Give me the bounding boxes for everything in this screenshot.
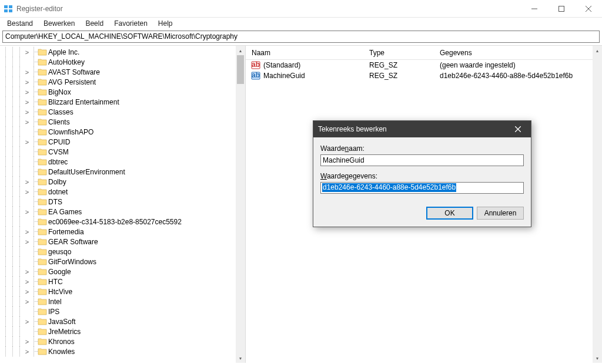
tree-item[interactable]: >AVG Persistent bbox=[0, 77, 236, 87]
string-blue-icon bbox=[250, 71, 261, 80]
tree-item[interactable]: >BigNox bbox=[0, 87, 236, 97]
tree-item[interactable]: >HTC bbox=[0, 277, 236, 287]
folder-icon bbox=[38, 317, 47, 326]
menu-beeld[interactable]: Beeld bbox=[81, 18, 108, 29]
expand-icon[interactable]: > bbox=[24, 99, 31, 106]
tree-item[interactable]: >Fortemedia bbox=[0, 227, 236, 237]
minimize-button[interactable] bbox=[521, 0, 548, 18]
tree-item-label: geusqo bbox=[48, 248, 71, 256]
menu-help[interactable]: Help bbox=[153, 18, 178, 29]
menu-favorieten[interactable]: Favorieten bbox=[109, 18, 152, 29]
tree-item[interactable]: >Khronos bbox=[0, 336, 236, 346]
expand-icon[interactable]: > bbox=[24, 109, 31, 116]
expand-icon[interactable]: > bbox=[24, 188, 31, 196]
address-bar[interactable]: Computer\HKEY_LOCAL_MACHINE\SOFTWARE\Mic… bbox=[2, 31, 600, 43]
tree-item-label: AVAST Software bbox=[48, 68, 100, 76]
col-gegevens[interactable]: Gegevens bbox=[434, 46, 602, 59]
cancel-button[interactable]: Annuleren bbox=[477, 207, 524, 220]
tree-item[interactable]: >Knowles bbox=[0, 346, 236, 356]
value-row[interactable]: MachineGuidREG_SZd1eb246e-6243-4460-a88e… bbox=[246, 70, 602, 81]
expand-icon[interactable]: > bbox=[24, 49, 31, 56]
value-name-input[interactable] bbox=[320, 154, 524, 166]
expand-icon[interactable]: > bbox=[24, 238, 31, 245]
svg-rect-1 bbox=[9, 5, 12, 8]
menu-bewerken[interactable]: Bewerken bbox=[39, 18, 79, 29]
folder-icon bbox=[38, 107, 47, 117]
string-red-icon bbox=[250, 60, 261, 70]
tree-item[interactable]: geusqo bbox=[0, 247, 236, 257]
folder-icon bbox=[38, 337, 47, 346]
scroll-thumb[interactable] bbox=[237, 55, 244, 84]
value-name: MachineGuid bbox=[261, 72, 363, 80]
expand-icon[interactable]: > bbox=[24, 348, 31, 355]
expand-icon[interactable]: > bbox=[24, 89, 31, 96]
folder-icon bbox=[38, 68, 47, 77]
tree-item-label: DTS bbox=[48, 198, 62, 206]
expand-icon[interactable]: > bbox=[24, 69, 31, 76]
expand-icon[interactable]: > bbox=[24, 119, 31, 126]
expand-icon[interactable]: > bbox=[24, 208, 31, 215]
values-scrollbar[interactable]: ▴ ▾ bbox=[593, 46, 602, 363]
tree-item[interactable]: >CPUID bbox=[0, 137, 236, 147]
expand-icon[interactable]: > bbox=[24, 298, 31, 305]
expand-icon[interactable]: > bbox=[24, 338, 31, 345]
tree-item[interactable]: >Dolby bbox=[0, 177, 236, 187]
tree-item[interactable]: JreMetrics bbox=[0, 326, 236, 336]
menu-bestand[interactable]: Bestand bbox=[2, 18, 38, 29]
tree-item[interactable]: AutoHotkey bbox=[0, 57, 236, 67]
folder-icon bbox=[38, 217, 47, 227]
tree-item[interactable]: >dotnet bbox=[0, 187, 236, 197]
scroll-up-icon[interactable]: ▴ bbox=[236, 46, 245, 55]
expand-icon[interactable]: > bbox=[24, 318, 31, 325]
tree-item[interactable]: DefaultUserEnvironment bbox=[0, 167, 236, 177]
tree-item[interactable]: ec0069ee-c314-5183-b2e8-85027cec5592 bbox=[0, 217, 236, 227]
tree-item[interactable]: >Intel bbox=[0, 296, 236, 306]
tree-item-label: DefaultUserEnvironment bbox=[48, 168, 125, 176]
maximize-button[interactable] bbox=[548, 0, 575, 18]
expand-icon[interactable]: > bbox=[24, 278, 31, 285]
tree-item[interactable]: IPS bbox=[0, 306, 236, 316]
scroll-down-icon[interactable]: ▾ bbox=[236, 353, 245, 363]
dialog-close-button[interactable] bbox=[510, 121, 526, 137]
expand-icon[interactable]: > bbox=[24, 228, 31, 235]
tree-item[interactable]: >EA Games bbox=[0, 207, 236, 217]
tree-item[interactable]: DTS bbox=[0, 197, 236, 207]
tree-item[interactable]: >JavaSoft bbox=[0, 316, 236, 326]
dialog-titlebar[interactable]: Tekenreeks bewerken bbox=[313, 121, 531, 137]
tree-item[interactable]: >Google bbox=[0, 267, 236, 277]
expand-icon[interactable]: > bbox=[24, 268, 31, 275]
tree-item[interactable]: >HtcVive bbox=[0, 287, 236, 296]
expand-icon[interactable]: > bbox=[24, 139, 31, 146]
window-title: Register-editor bbox=[16, 5, 63, 13]
tree-item[interactable]: >Classes bbox=[0, 107, 236, 117]
tree-item-label: JreMetrics bbox=[48, 328, 81, 336]
tree-item[interactable]: dbtrec bbox=[0, 157, 236, 167]
folder-icon bbox=[38, 127, 47, 137]
scroll-down-icon[interactable]: ▾ bbox=[593, 353, 602, 363]
registry-tree[interactable]: >Apple Inc.AutoHotkey>AVAST Software>AVG… bbox=[0, 46, 236, 356]
tree-item[interactable]: CVSM bbox=[0, 147, 236, 157]
expand-icon[interactable]: > bbox=[24, 288, 31, 295]
col-type[interactable]: Type bbox=[363, 46, 434, 59]
tree-item[interactable]: ClownfishAPO bbox=[0, 127, 236, 137]
close-button[interactable] bbox=[575, 0, 602, 18]
folder-icon bbox=[38, 77, 47, 87]
tree-item[interactable]: >Clients bbox=[0, 117, 236, 127]
folder-icon bbox=[38, 227, 47, 237]
expand-icon[interactable]: > bbox=[24, 178, 31, 186]
tree-item[interactable]: >GEAR Software bbox=[0, 237, 236, 247]
tree-item[interactable]: >Apple Inc. bbox=[0, 47, 236, 57]
tree-item[interactable]: >Blizzard Entertainment bbox=[0, 97, 236, 107]
expand-icon[interactable]: > bbox=[24, 79, 31, 86]
tree-scrollbar[interactable]: ▴ ▾ bbox=[236, 46, 245, 363]
tree-item-label: HTC bbox=[48, 278, 63, 286]
value-row[interactable]: (Standaard)REG_SZ(geen waarde ingesteld) bbox=[246, 60, 602, 70]
ok-button[interactable]: OK bbox=[426, 207, 473, 220]
tree-item[interactable]: GitForWindows bbox=[0, 257, 236, 267]
col-naam[interactable]: Naam bbox=[246, 46, 363, 59]
tree-item[interactable]: >AVAST Software bbox=[0, 67, 236, 77]
tree-item-label: Blizzard Entertainment bbox=[48, 98, 119, 106]
tree-item-label: dbtrec bbox=[48, 158, 68, 166]
scroll-up-icon[interactable]: ▴ bbox=[593, 46, 602, 55]
values-header: Naam Type Gegevens bbox=[246, 46, 602, 60]
